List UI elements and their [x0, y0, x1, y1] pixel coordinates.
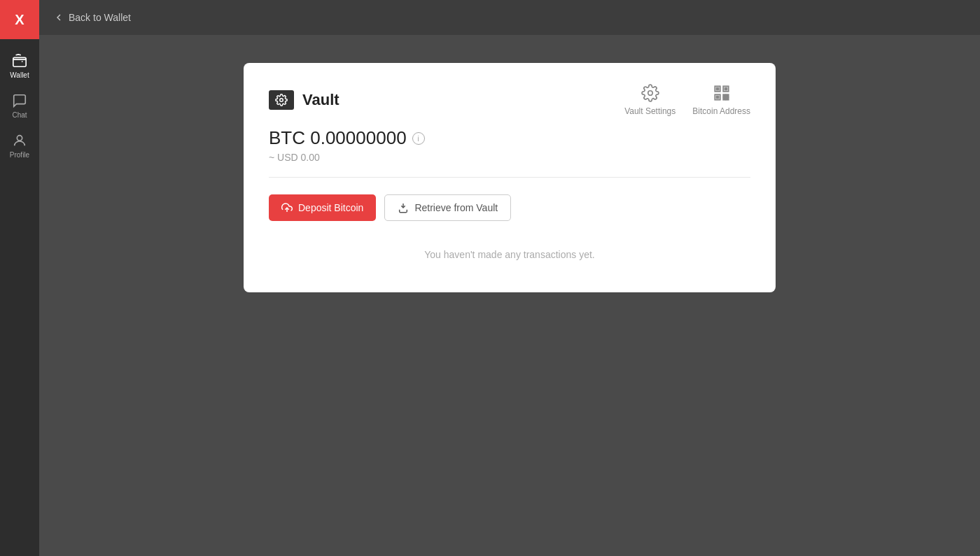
svg-rect-9: [716, 96, 718, 98]
vault-title: Vault: [302, 91, 340, 109]
content-area: Vault Vault Settings: [39, 35, 980, 556]
bitcoin-address-label: Bitcoin Address: [692, 106, 750, 116]
empty-state-text: You haven't made any transactions yet.: [424, 249, 594, 260]
vault-settings-button[interactable]: Vault Settings: [624, 84, 676, 116]
chevron-left-icon: [53, 12, 64, 23]
sidebar-item-wallet[interactable]: Wallet: [0, 46, 39, 86]
back-link-label: Back to Wallet: [69, 12, 131, 23]
profile-icon: [12, 133, 27, 148]
logo-icon: X: [15, 12, 24, 28]
divider: [269, 177, 750, 178]
vault-icon-badge: [269, 90, 294, 110]
deposit-label: Deposit Bitcoin: [298, 202, 363, 213]
svg-point-3: [648, 91, 652, 96]
svg-point-1: [17, 136, 22, 141]
balance-btc: BTC 0.00000000: [269, 127, 407, 149]
retrieve-from-vault-button[interactable]: Retrieve from Vault: [384, 194, 511, 221]
vault-badge-icon: [275, 94, 288, 106]
action-buttons: Deposit Bitcoin Retrieve from Vault: [269, 194, 750, 221]
svg-rect-12: [726, 94, 728, 97]
info-icon[interactable]: i: [412, 132, 425, 145]
empty-state: You haven't made any transactions yet.: [269, 249, 750, 267]
main-content: Back to Wallet Vault: [39, 0, 980, 556]
vault-settings-icon: [641, 84, 659, 102]
deposit-bitcoin-button[interactable]: Deposit Bitcoin: [269, 194, 376, 221]
svg-rect-13: [723, 98, 725, 100]
wallet-label: Wallet: [10, 71, 29, 79]
vault-actions: Vault Settings: [624, 84, 750, 116]
svg-rect-8: [724, 87, 727, 90]
balance-row: BTC 0.00000000 i: [269, 127, 750, 149]
vault-settings-label: Vault Settings: [624, 106, 676, 116]
retrieve-label: Retrieve from Vault: [414, 202, 498, 213]
profile-label: Profile: [10, 151, 29, 159]
bitcoin-address-button[interactable]: Bitcoin Address: [692, 84, 750, 116]
sidebar-nav: Wallet Chat Profile: [0, 39, 39, 166]
balance-usd: ~ USD 0.00: [269, 152, 750, 163]
svg-rect-7: [716, 87, 718, 90]
chat-icon: [12, 93, 27, 108]
svg-point-2: [280, 99, 284, 102]
svg-rect-11: [723, 94, 725, 97]
vault-title-section: Vault: [269, 90, 340, 110]
svg-rect-14: [726, 98, 728, 100]
logo-button[interactable]: X: [0, 0, 39, 39]
back-to-wallet-link[interactable]: Back to Wallet: [53, 12, 131, 23]
deposit-icon: [281, 202, 293, 213]
vault-header: Vault Vault Settings: [269, 84, 750, 116]
wallet-icon: [12, 53, 27, 69]
chat-label: Chat: [12, 111, 27, 119]
retrieve-icon: [398, 202, 409, 213]
vault-card: Vault Vault Settings: [244, 63, 776, 292]
sidebar: X Wallet Chat Profile: [0, 0, 39, 556]
qr-code-icon: [713, 84, 731, 102]
sidebar-item-chat[interactable]: Chat: [0, 86, 39, 126]
topbar: Back to Wallet: [39, 0, 980, 35]
sidebar-item-profile[interactable]: Profile: [0, 126, 39, 166]
